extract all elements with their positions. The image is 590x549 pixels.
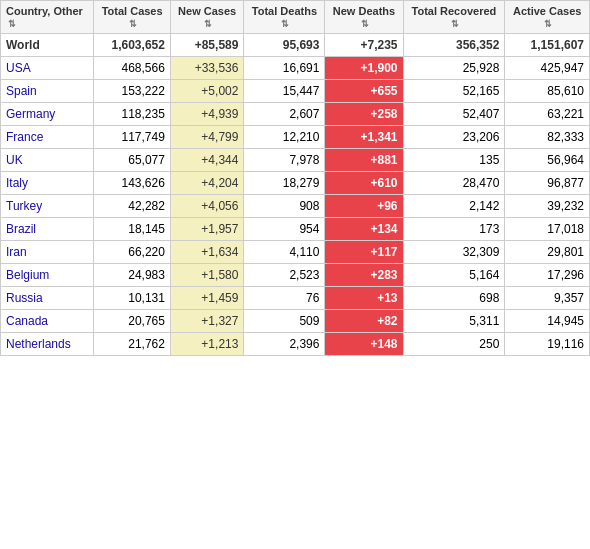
country-link[interactable]: Italy (6, 176, 28, 190)
active-cases-cell: 63,221 (505, 103, 590, 126)
new-cases-cell: +5,002 (170, 80, 244, 103)
total-deaths-cell: 15,447 (244, 80, 325, 103)
country-link[interactable]: Russia (6, 291, 43, 305)
country-link[interactable]: USA (6, 61, 31, 75)
total-cases-cell: 153,222 (94, 80, 171, 103)
active-cases-cell: 85,610 (505, 80, 590, 103)
new-deaths-cell: +610 (325, 172, 403, 195)
country-cell[interactable]: Russia (1, 287, 94, 310)
active-cases-cell: 39,232 (505, 195, 590, 218)
new-deaths-cell: +655 (325, 80, 403, 103)
total-cases-cell: 118,235 (94, 103, 171, 126)
new-cases-cell: +4,204 (170, 172, 244, 195)
total-recovered-cell: 173 (403, 218, 505, 241)
total-deaths-cell: 12,210 (244, 126, 325, 149)
new-deaths-cell: +258 (325, 103, 403, 126)
country-cell[interactable]: UK (1, 149, 94, 172)
country-link[interactable]: Belgium (6, 268, 49, 282)
country-cell[interactable]: Brazil (1, 218, 94, 241)
total-deaths-cell: 2,396 (244, 333, 325, 356)
sort-icon-active-cases: ⇅ (544, 19, 552, 29)
active-cases-cell: 56,964 (505, 149, 590, 172)
total-recovered-cell: 135 (403, 149, 505, 172)
country-cell[interactable]: Netherlands (1, 333, 94, 356)
total-recovered-cell: 28,470 (403, 172, 505, 195)
country-link[interactable]: Spain (6, 84, 37, 98)
active-cases-cell: 14,945 (505, 310, 590, 333)
new-cases-cell: +4,939 (170, 103, 244, 126)
world-new-cases: +85,589 (170, 34, 244, 57)
active-cases-cell: 17,018 (505, 218, 590, 241)
new-deaths-cell: +1,900 (325, 57, 403, 80)
col-header-total-cases[interactable]: Total Cases ⇅ (94, 1, 171, 34)
new-deaths-cell: +881 (325, 149, 403, 172)
country-cell[interactable]: Iran (1, 241, 94, 264)
new-cases-cell: +4,056 (170, 195, 244, 218)
new-cases-cell: +4,799 (170, 126, 244, 149)
col-header-active-cases[interactable]: Active Cases ⇅ (505, 1, 590, 34)
active-cases-cell: 17,296 (505, 264, 590, 287)
total-deaths-cell: 2,607 (244, 103, 325, 126)
table-row: Germany 118,235 +4,939 2,607 +258 52,407… (1, 103, 590, 126)
country-cell[interactable]: Spain (1, 80, 94, 103)
total-deaths-cell: 908 (244, 195, 325, 218)
new-cases-cell: +1,327 (170, 310, 244, 333)
col-header-new-deaths[interactable]: New Deaths ⇅ (325, 1, 403, 34)
sort-icon-new-cases: ⇅ (204, 19, 212, 29)
sort-icon-new-deaths: ⇅ (361, 19, 369, 29)
new-deaths-cell: +82 (325, 310, 403, 333)
new-cases-cell: +1,957 (170, 218, 244, 241)
country-cell[interactable]: Turkey (1, 195, 94, 218)
active-cases-cell: 425,947 (505, 57, 590, 80)
total-recovered-cell: 698 (403, 287, 505, 310)
col-header-total-recovered[interactable]: Total Recovered ⇅ (403, 1, 505, 34)
country-link[interactable]: Brazil (6, 222, 36, 236)
total-cases-cell: 10,131 (94, 287, 171, 310)
table-row: Iran 66,220 +1,634 4,110 +117 32,309 29,… (1, 241, 590, 264)
new-deaths-cell: +1,341 (325, 126, 403, 149)
total-deaths-cell: 7,978 (244, 149, 325, 172)
new-cases-cell: +4,344 (170, 149, 244, 172)
country-link[interactable]: Canada (6, 314, 48, 328)
covid-table: Country, Other ⇅ Total Cases ⇅ New Cases… (0, 0, 590, 356)
active-cases-cell: 19,116 (505, 333, 590, 356)
country-cell[interactable]: Germany (1, 103, 94, 126)
country-link[interactable]: UK (6, 153, 23, 167)
col-header-country[interactable]: Country, Other ⇅ (1, 1, 94, 34)
total-cases-cell: 65,077 (94, 149, 171, 172)
sort-icon-total-cases: ⇅ (129, 19, 137, 29)
new-cases-cell: +33,536 (170, 57, 244, 80)
country-cell[interactable]: Canada (1, 310, 94, 333)
new-deaths-cell: +117 (325, 241, 403, 264)
country-cell[interactable]: Belgium (1, 264, 94, 287)
table-row: Netherlands 21,762 +1,213 2,396 +148 250… (1, 333, 590, 356)
new-deaths-cell: +96 (325, 195, 403, 218)
total-deaths-cell: 18,279 (244, 172, 325, 195)
country-link[interactable]: Germany (6, 107, 55, 121)
total-cases-cell: 21,762 (94, 333, 171, 356)
country-cell[interactable]: USA (1, 57, 94, 80)
total-cases-cell: 143,626 (94, 172, 171, 195)
table-row: Canada 20,765 +1,327 509 +82 5,311 14,94… (1, 310, 590, 333)
total-cases-cell: 18,145 (94, 218, 171, 241)
country-link[interactable]: Turkey (6, 199, 42, 213)
country-cell[interactable]: France (1, 126, 94, 149)
country-link[interactable]: France (6, 130, 43, 144)
col-header-total-deaths[interactable]: Total Deaths ⇅ (244, 1, 325, 34)
active-cases-cell: 96,877 (505, 172, 590, 195)
country-link[interactable]: Netherlands (6, 337, 71, 351)
table-row: USA 468,566 +33,536 16,691 +1,900 25,928… (1, 57, 590, 80)
new-deaths-cell: +148 (325, 333, 403, 356)
world-new-deaths: +7,235 (325, 34, 403, 57)
total-recovered-cell: 5,164 (403, 264, 505, 287)
table-row: France 117,749 +4,799 12,210 +1,341 23,2… (1, 126, 590, 149)
total-deaths-cell: 954 (244, 218, 325, 241)
col-header-new-cases[interactable]: New Cases ⇅ (170, 1, 244, 34)
country-cell[interactable]: Italy (1, 172, 94, 195)
table-row: Russia 10,131 +1,459 76 +13 698 9,357 (1, 287, 590, 310)
world-total-cases: 1,603,652 (94, 34, 171, 57)
new-cases-cell: +1,634 (170, 241, 244, 264)
world-total-deaths: 95,693 (244, 34, 325, 57)
total-recovered-cell: 250 (403, 333, 505, 356)
country-link[interactable]: Iran (6, 245, 27, 259)
